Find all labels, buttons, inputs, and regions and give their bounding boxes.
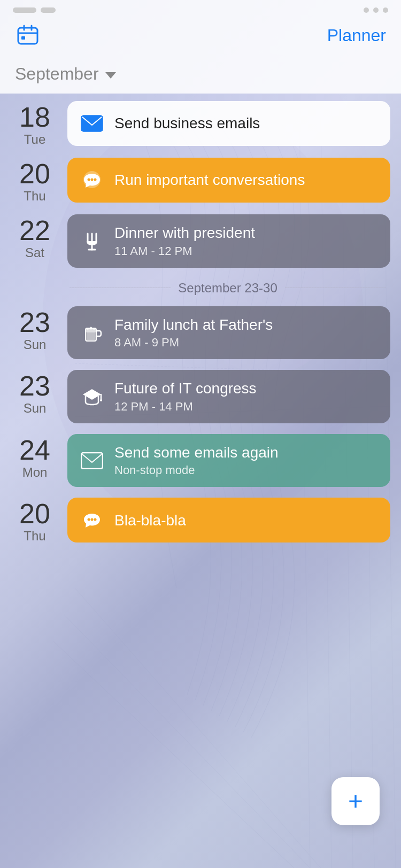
event-text-3: Dinner with president 11 AM - 12 PM: [114, 224, 379, 258]
event-text-7: Bla-bla-bla: [114, 511, 379, 530]
event-row[interactable]: 23 Sun: [0, 301, 401, 365]
event-card-6[interactable]: Send some emails again Non-stop mode: [67, 434, 390, 487]
event-title-4: Family lunch at Father's: [114, 316, 379, 334]
chat-icon-2: [79, 507, 105, 533]
event-title-1: Send business emails: [114, 114, 379, 133]
event-subtitle-4: 8 AM - 9 PM: [114, 336, 379, 350]
event-subtitle-5: 12 PM - 14 PM: [114, 400, 379, 414]
date-number: 23: [11, 372, 59, 400]
date-day: Thu: [11, 189, 59, 204]
email-icon: [79, 111, 105, 136]
event-row[interactable]: 22 Sat Dinner with president 11: [0, 209, 401, 273]
add-button[interactable]: +: [331, 777, 380, 825]
event-text-2: Run important conversations: [114, 171, 379, 189]
event-date-col: 23 Sun: [11, 306, 59, 352]
top-bar: Planner: [0, 17, 401, 57]
event-title-6: Send some emails again: [114, 444, 379, 462]
svg-rect-12: [18, 28, 37, 44]
svg-point-24: [94, 179, 97, 181]
event-title-7: Bla-bla-bla: [114, 511, 379, 530]
svg-rect-20: [81, 115, 103, 131]
month-dropdown-chevron[interactable]: [105, 72, 116, 79]
event-row[interactable]: 20 Thu Bla-bla-bla: [0, 492, 401, 549]
status-pill-1: [13, 7, 36, 13]
status-dot-3: [383, 7, 388, 13]
event-date-col: 22 Sat: [11, 214, 59, 260]
date-number: 23: [11, 308, 59, 336]
event-date-col: 18 Tue: [11, 101, 59, 147]
event-card-1[interactable]: Send business emails: [67, 101, 390, 146]
event-card-3[interactable]: Dinner with president 11 AM - 12 PM: [67, 214, 390, 268]
mail-outline-icon: [79, 448, 105, 474]
event-row[interactable]: 24 Mon Send some emails again Non-stop m…: [0, 429, 401, 493]
svg-rect-40: [81, 453, 103, 469]
date-number: 20: [11, 160, 59, 188]
divider-line-2: [285, 288, 386, 288]
svg-line-8: [64, 615, 310, 868]
month-header: September: [0, 57, 401, 94]
svg-rect-16: [21, 36, 25, 40]
event-title-3: Dinner with president: [114, 224, 379, 242]
date-number: 20: [11, 500, 59, 528]
event-date-col: 24 Mon: [11, 434, 59, 480]
event-card-4[interactable]: Family lunch at Father's 8 AM - 9 PM: [67, 306, 390, 360]
divider-label: September 23-30: [178, 281, 277, 296]
section-divider: September 23-30: [0, 273, 401, 301]
event-text-5: Future of IT congress 12 PM - 14 PM: [114, 379, 379, 414]
status-pill-2: [41, 7, 56, 13]
event-date-col: 23 Sun: [11, 370, 59, 416]
svg-point-23: [91, 179, 94, 181]
event-text-4: Family lunch at Father's 8 AM - 9 PM: [114, 316, 379, 350]
event-card-2[interactable]: Run important conversations: [67, 158, 390, 203]
status-left: [13, 7, 56, 13]
event-row[interactable]: 18 Tue Send business emails: [0, 96, 401, 152]
svg-point-42: [91, 518, 94, 521]
svg-point-35: [90, 327, 92, 330]
svg-point-34: [87, 328, 89, 330]
svg-line-7: [53, 641, 294, 868]
graduation-icon: [79, 384, 105, 409]
events-list: 18 Tue Send business emails: [0, 94, 401, 549]
event-title-5: Future of IT congress: [114, 379, 379, 398]
event-date-col: 20 Thu: [11, 158, 59, 204]
status-dot-1: [364, 7, 369, 13]
date-number: 24: [11, 436, 59, 464]
event-date-col: 20 Thu: [11, 498, 59, 544]
status-right: [364, 7, 388, 13]
divider-line: [70, 288, 171, 288]
svg-point-36: [93, 328, 95, 330]
food-icon: [79, 228, 105, 254]
event-subtitle-6: Non-stop mode: [114, 463, 379, 477]
date-day: Mon: [11, 465, 59, 480]
event-card-5[interactable]: Future of IT congress 12 PM - 14 PM: [67, 370, 390, 423]
status-bar: [0, 0, 401, 17]
svg-point-43: [94, 518, 97, 521]
event-row[interactable]: 20 Thu Run important conversations: [0, 152, 401, 209]
svg-point-39: [100, 399, 102, 401]
event-row[interactable]: 23 Sun Future of IT congress 12 PM - 14 …: [0, 365, 401, 429]
add-icon: +: [348, 788, 363, 814]
month-label: September: [15, 64, 99, 84]
date-day: Tue: [11, 132, 59, 147]
event-title-2: Run important conversations: [114, 171, 379, 189]
date-number: 22: [11, 216, 59, 244]
chat-icon: [79, 167, 105, 193]
planner-button[interactable]: Planner: [327, 26, 386, 45]
event-subtitle-3: 11 AM - 12 PM: [114, 244, 379, 258]
date-number: 18: [11, 103, 59, 131]
date-day: Sun: [11, 401, 59, 416]
svg-point-22: [88, 179, 90, 181]
calendar-icon[interactable]: [15, 22, 41, 48]
date-day: Sat: [11, 245, 59, 260]
beer-icon: [79, 320, 105, 345]
date-day: Thu: [11, 529, 59, 544]
status-dot-2: [373, 7, 379, 13]
svg-point-41: [88, 518, 90, 521]
event-card-7[interactable]: Bla-bla-bla: [67, 498, 390, 542]
event-text-1: Send business emails: [114, 114, 379, 133]
date-day: Sun: [11, 337, 59, 352]
event-text-6: Send some emails again Non-stop mode: [114, 444, 379, 478]
svg-line-9: [75, 588, 321, 868]
